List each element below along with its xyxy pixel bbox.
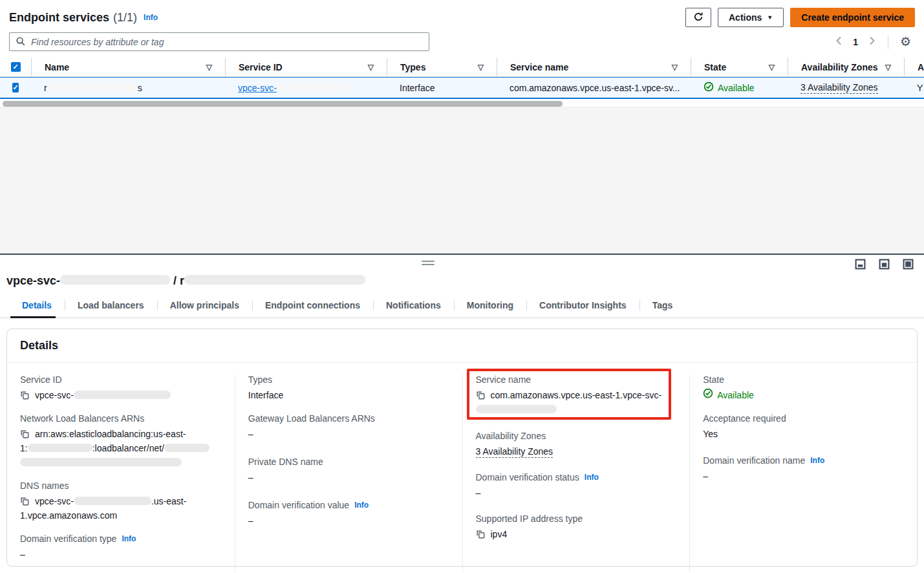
- row-service-name-cell: com.amazonaws.vpce.us-east-1.vpce-sv...: [497, 78, 691, 98]
- field-label: Domain verification type: [20, 534, 116, 544]
- row-types-text: Interface: [400, 83, 435, 93]
- copy-icon[interactable]: [476, 391, 485, 400]
- info-link[interactable]: Info: [122, 534, 136, 543]
- availability-zones-popover-trigger[interactable]: 3 Availability Zones: [476, 446, 553, 458]
- redacted-value: [476, 405, 557, 413]
- check-circle-icon: [704, 81, 714, 94]
- panel-size-medium-icon[interactable]: [879, 259, 890, 270]
- panel-drag-handle[interactable]: [422, 261, 435, 267]
- redacted-value: [164, 444, 210, 452]
- acceptance-required-value: Yes: [703, 429, 718, 439]
- row-service-id-cell: vpce-svc-: [225, 78, 387, 98]
- scrollbar-thumb[interactable]: [3, 101, 563, 107]
- select-all-cell: ✓: [0, 58, 31, 76]
- tab-notifications[interactable]: Notifications: [373, 294, 454, 318]
- resource-count: (1/1): [113, 11, 137, 25]
- column-header-state[interactable]: State ▽: [691, 58, 788, 76]
- tab-contributor-insights[interactable]: Contributor Insights: [526, 294, 639, 318]
- create-endpoint-service-button[interactable]: Create endpoint service: [790, 8, 915, 27]
- table-row[interactable]: ✓ r s vpce-svc- Interface com.amazonaws.…: [0, 77, 924, 99]
- search-icon: [16, 36, 25, 48]
- page-title: Endpoint services: [9, 11, 109, 25]
- tab-monitoring[interactable]: Monitoring: [454, 294, 526, 318]
- copy-icon[interactable]: [20, 497, 29, 506]
- field-types: Types Interface: [248, 374, 449, 402]
- details-column-2: Types Interface Gateway Load Balancers A…: [235, 374, 462, 572]
- column-label: State: [704, 62, 726, 72]
- panel-title-name: r: [180, 274, 184, 287]
- filter-icon[interactable]: ▽: [478, 63, 484, 72]
- column-header-types[interactable]: Types ▽: [387, 58, 497, 76]
- search-input[interactable]: [30, 36, 423, 48]
- tab-tags[interactable]: Tags: [639, 294, 686, 318]
- ip-address-type-value: ipv4: [491, 529, 508, 539]
- filter-icon[interactable]: ▽: [885, 63, 891, 72]
- select-all-checkbox[interactable]: ✓: [11, 62, 21, 72]
- tab-details[interactable]: Details: [9, 294, 65, 318]
- copy-icon[interactable]: [20, 429, 29, 438]
- field-domain-verification-name: Domain verification nameInfo –: [703, 455, 904, 483]
- copy-icon[interactable]: [20, 391, 29, 400]
- pagination: 1 ⚙: [831, 33, 915, 50]
- refresh-button[interactable]: [685, 8, 711, 27]
- horizontal-scrollbar[interactable]: [3, 101, 921, 107]
- actions-button-label: Actions: [729, 12, 762, 23]
- panel-size-full-icon[interactable]: [903, 259, 914, 270]
- field-service-name: Service name com.amazonaws.vpce.us-east-…: [476, 374, 677, 416]
- tab-allow-principals[interactable]: Allow principals: [157, 294, 252, 318]
- column-label: Name: [45, 62, 69, 72]
- column-label: Service ID: [239, 62, 283, 72]
- search-box[interactable]: [9, 32, 429, 51]
- nlb-arn-line2: 1:: [20, 443, 28, 453]
- empty-value: –: [703, 471, 708, 481]
- split-panel: vpce-svc- / r Details Load balancers All…: [0, 254, 924, 573]
- empty-value: –: [248, 515, 253, 526]
- table-preferences-button[interactable]: ⚙: [896, 33, 915, 50]
- table-controls: 1 ⚙: [0, 31, 924, 51]
- column-header-service-name[interactable]: Service name ▽: [497, 58, 691, 76]
- pagination-divider: [888, 35, 888, 49]
- info-link[interactable]: Info: [354, 501, 369, 510]
- service-id-link[interactable]: vpce-svc-: [238, 83, 351, 93]
- service-name-value: com.amazonaws.vpce.us-east-1.vpce-svc-: [491, 390, 662, 400]
- page-header: Endpoint services (1/1) Info Actions ▼ C…: [0, 0, 924, 31]
- tab-endpoint-connections[interactable]: Endpoint connections: [252, 294, 373, 318]
- info-link[interactable]: Info: [144, 13, 158, 22]
- endpoint-services-table: ✓ Name ▽ Service ID ▽ Types ▽ Service na…: [0, 58, 924, 107]
- actions-button[interactable]: Actions ▼: [718, 8, 784, 27]
- field-nlb-arns: Network Load Balancers ARNs arn:aws:elas…: [20, 413, 222, 470]
- details-column-1: Service ID vpce-svc- Network Load Balanc…: [7, 374, 235, 572]
- field-label: Network Load Balancers ARNs: [20, 413, 144, 424]
- row-acceptance-text: Y: [917, 83, 923, 93]
- redacted-value: [74, 391, 171, 399]
- previous-page-button[interactable]: [831, 34, 846, 50]
- column-label: Availability Zones: [801, 62, 878, 72]
- caret-down-icon: ▼: [767, 15, 773, 21]
- filter-icon[interactable]: ▽: [368, 63, 374, 72]
- column-header-availability-zones[interactable]: Availability Zones ▽: [788, 58, 904, 76]
- panel-title: vpce-svc- / r: [0, 273, 924, 294]
- details-card-heading: Details: [7, 329, 917, 363]
- filter-icon[interactable]: ▽: [206, 63, 212, 72]
- field-glb-arns: Gateway Load Balancers ARNs –: [248, 413, 449, 441]
- copy-icon[interactable]: [476, 530, 485, 539]
- column-header-service-id[interactable]: Service ID ▽: [225, 58, 387, 76]
- panel-title-separator: /: [173, 274, 177, 287]
- field-label: Service ID: [20, 374, 62, 385]
- redacted-title-name: [184, 275, 365, 285]
- availability-zones-popover-trigger[interactable]: 3 Availability Zones: [800, 82, 878, 94]
- gear-icon: ⚙: [900, 36, 911, 48]
- column-header-acceptance[interactable]: A: [904, 58, 924, 76]
- field-label: Types: [248, 374, 272, 385]
- row-checkbox[interactable]: ✓: [12, 83, 18, 92]
- info-link[interactable]: Info: [585, 473, 599, 482]
- details-card-body: Service ID vpce-svc- Network Load Balanc…: [7, 363, 917, 573]
- info-link[interactable]: Info: [810, 456, 824, 465]
- column-header-name[interactable]: Name ▽: [31, 58, 225, 76]
- filter-icon[interactable]: ▽: [769, 63, 775, 72]
- endpoint-services-section: Endpoint services (1/1) Info Actions ▼ C…: [0, 0, 924, 107]
- tab-load-balancers[interactable]: Load balancers: [65, 294, 157, 318]
- next-page-button[interactable]: [865, 34, 880, 50]
- panel-size-small-icon[interactable]: [855, 259, 866, 270]
- filter-icon[interactable]: ▽: [672, 63, 678, 72]
